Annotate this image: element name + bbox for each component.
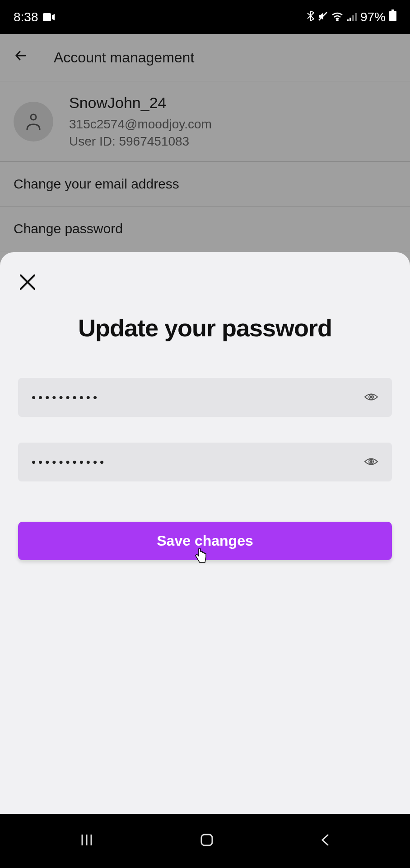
menu-item-change-password[interactable]: Change password (0, 207, 410, 251)
menu-item-change-email[interactable]: Change your email address (0, 162, 410, 207)
user-section: SnowJohn_24 315c2574@moodjoy.com User ID… (0, 81, 410, 162)
user-info: SnowJohn_24 315c2574@moodjoy.com User ID… (69, 94, 212, 149)
status-left: 8:38 (14, 10, 55, 24)
page-title: Account management (54, 49, 194, 66)
mute-icon (318, 10, 328, 24)
home-icon[interactable] (200, 833, 214, 849)
status-time: 8:38 (14, 10, 38, 24)
username: SnowJohn_24 (69, 94, 212, 112)
back-icon[interactable] (321, 833, 330, 849)
wifi-icon (331, 10, 343, 24)
menu-list: Change your email address Change passwor… (0, 162, 410, 251)
svg-point-9 (31, 114, 36, 120)
camera-recording-icon (43, 10, 55, 24)
password-field-wrapper-2 (18, 443, 392, 507)
new-password-input[interactable] (18, 443, 392, 481)
signal-icon (347, 10, 357, 24)
svg-rect-7 (391, 9, 394, 11)
svg-point-13 (370, 396, 372, 398)
user-email: 315c2574@moodjoy.com (69, 117, 212, 132)
battery-percent: 97% (360, 10, 386, 24)
svg-rect-5 (352, 15, 354, 21)
svg-rect-4 (349, 18, 351, 21)
svg-rect-3 (347, 19, 349, 21)
eye-icon[interactable] (364, 457, 378, 468)
status-right: 97% (307, 9, 396, 24)
eye-icon[interactable] (364, 392, 378, 404)
status-bar: 8:38 97% (0, 0, 410, 34)
user-id: User ID: 5967451083 (69, 134, 212, 149)
modal-title: Update your password (18, 314, 392, 342)
svg-rect-8 (389, 11, 396, 21)
app-header: Account management (0, 34, 410, 81)
recents-icon[interactable] (80, 834, 93, 848)
bluetooth-icon (307, 10, 314, 24)
svg-rect-0 (43, 13, 51, 21)
close-icon[interactable] (18, 273, 37, 296)
battery-icon (389, 9, 396, 24)
svg-rect-19 (201, 835, 212, 845)
update-password-modal: Update your password Save changes (0, 252, 410, 814)
password-field-wrapper-1 (18, 378, 392, 443)
svg-point-2 (336, 19, 338, 21)
save-button[interactable]: Save changes (18, 522, 392, 560)
svg-point-15 (370, 461, 372, 462)
system-nav-bar (0, 814, 410, 868)
avatar (14, 102, 53, 142)
back-arrow-icon[interactable] (14, 48, 29, 67)
svg-rect-6 (355, 13, 357, 21)
current-password-input[interactable] (18, 378, 392, 417)
